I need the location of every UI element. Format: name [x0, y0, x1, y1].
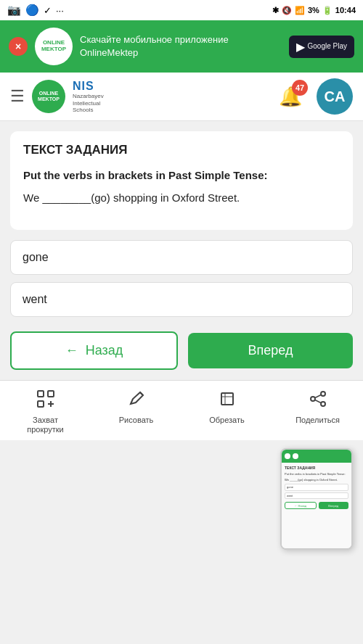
google-play-label: Google Play [308, 42, 347, 51]
camera-icon: 🔵 [25, 4, 39, 17]
check-icon: ✓ [44, 5, 52, 16]
mute-icon: 🔇 [282, 6, 292, 15]
nav-buttons: ← Назад Вперед [0, 331, 363, 380]
toolbar-draw-item[interactable]: Рисовать [111, 389, 162, 434]
capture-icon [36, 389, 55, 413]
phone-mini-header [282, 450, 351, 463]
hamburger-menu-icon[interactable]: ☰ [10, 87, 25, 106]
notification-button[interactable]: 🔔 47 [279, 86, 302, 108]
phone-screenshot-overlay: ТЕКСТ ЗАДАНИЯ Put the verbs in brackets … [280, 448, 353, 550]
main-content: ТЕКСТ ЗАДАНИЯ Put the verbs in brackets … [0, 121, 363, 331]
user-avatar[interactable]: CA [317, 78, 353, 115]
battery-icon: 🔋 [322, 6, 333, 15]
status-bar: 📷 🔵 ✓ ··· ✱ 🔇 📶 3% 🔋 10:44 [0, 0, 363, 20]
next-button[interactable]: Вперед [188, 333, 353, 368]
draw-icon [127, 389, 146, 413]
svg-point-5 [321, 402, 325, 406]
share-icon [309, 389, 327, 413]
phone-mini-content: ТЕКСТ ЗАДАНИЯ Put the verbs in brackets … [282, 463, 351, 512]
battery-level: 3% [308, 6, 319, 15]
svg-point-4 [321, 392, 325, 396]
instagram-icon: 📷 [7, 4, 21, 17]
crop-icon [218, 389, 237, 413]
time-display: 10:44 [335, 6, 356, 15]
answer-option-2[interactable]: went [10, 282, 353, 317]
bluetooth-icon: ✱ [272, 6, 279, 15]
promo-banner: × ONLINE MEKTOP Скачайте мобильное прило… [0, 20, 363, 73]
svg-rect-3 [221, 393, 233, 405]
svg-rect-1 [48, 391, 54, 397]
wifi-icon: 📶 [295, 6, 305, 15]
play-icon: ▶ [296, 40, 305, 54]
task-instruction: Put the verbs in brackets in Past Simple… [23, 168, 340, 183]
banner-logo: ONLINE MEKTOP [35, 28, 73, 65]
nis-logo: NIS Nazarbayev Intellectual Schools [73, 79, 104, 114]
status-right-info: ✱ 🔇 📶 3% 🔋 10:44 [272, 6, 356, 15]
task-card-title: ТЕКСТ ЗАДАНИЯ [23, 143, 340, 157]
google-play-button[interactable]: ▶ Google Play [289, 36, 354, 58]
task-sentence: We ________(go) shopping in Oxford Stree… [23, 190, 340, 207]
more-icon: ··· [56, 5, 64, 16]
svg-rect-2 [38, 401, 44, 407]
back-arrow-icon: ← [65, 343, 78, 358]
toolbar-capture-item[interactable]: Захватпрокрутки [20, 389, 71, 434]
back-button-label: Назад [86, 343, 123, 358]
answer-option-1[interactable]: gone [10, 240, 353, 275]
back-button[interactable]: ← Назад [10, 331, 178, 370]
banner-close-button[interactable]: × [9, 37, 28, 56]
capture-label: Захватпрокрутки [27, 416, 64, 434]
svg-rect-0 [38, 391, 44, 397]
crop-label: Обрезать [209, 416, 245, 425]
task-card: ТЕКСТ ЗАДАНИЯ Put the verbs in brackets … [10, 131, 353, 230]
header-nav: ☰ ONLINE MEKTOP NIS Nazarbayev Intellect… [0, 73, 363, 121]
header-logo: ONLINE MEKTOP [32, 80, 65, 113]
status-left-icons: 📷 🔵 ✓ ··· [7, 4, 64, 17]
draw-label: Рисовать [119, 416, 154, 425]
notification-badge: 47 [292, 80, 308, 96]
banner-text: Скачайте мобильное приложение OnlineMekt… [80, 33, 282, 59]
bottom-toolbar: Захватпрокрутки Рисовать Обрезать [0, 380, 363, 440]
next-button-label: Вперед [248, 343, 293, 358]
toolbar-share-item[interactable]: Поделиться [293, 389, 343, 434]
svg-point-6 [311, 397, 315, 401]
toolbar-crop-item[interactable]: Обрезать [202, 389, 253, 434]
share-label: Поделиться [295, 416, 340, 425]
